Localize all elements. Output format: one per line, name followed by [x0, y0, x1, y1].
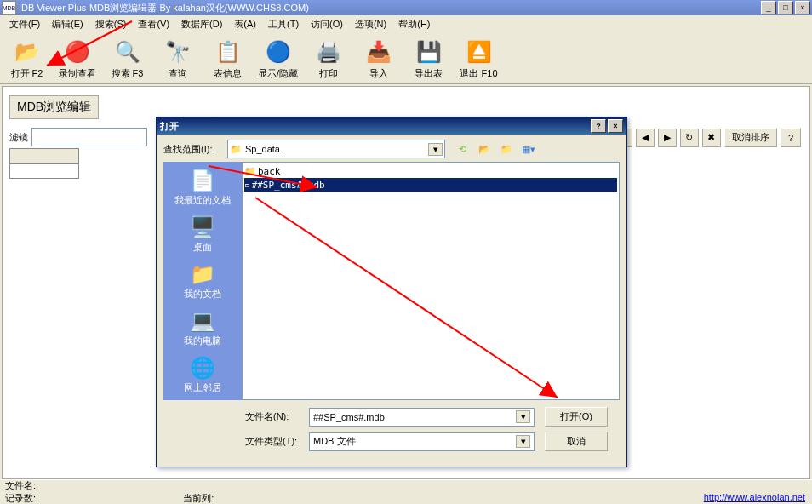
view-menu-icon[interactable]: ▦▾: [520, 140, 537, 158]
file-list[interactable]: 📁 back ▫ ##SP_cms#.mdb: [242, 162, 620, 400]
close-button[interactable]: ×: [795, 1, 810, 14]
file-item-selected[interactable]: ▫ ##SP_cms#.mdb: [244, 178, 617, 192]
print-button[interactable]: 🖨️打印: [303, 37, 353, 82]
menu-table[interactable]: 表(A): [228, 16, 262, 32]
toolbar: 📂打开 F2 🔴录制查看 🔍搜索 F3 🔭查询 📋表信息 🔵显示/隐藏 🖨️打印…: [0, 33, 812, 84]
export-icon: 💾: [415, 38, 443, 66]
recent-docs-icon: 📄: [189, 167, 216, 194]
desktop-icon: 🖥️: [189, 214, 216, 241]
filter-label: 滤镜: [9, 131, 28, 144]
window-title: IDB Viewer Plus-MDB浏览编辑器 By kalahan汉化(WW…: [19, 2, 309, 14]
cancel-sort-button[interactable]: 取消排序: [724, 128, 777, 147]
binoculars-icon: 🔭: [164, 38, 192, 66]
export-button[interactable]: 💾导出表: [403, 37, 454, 82]
search-button[interactable]: 🔍搜索 F3: [102, 37, 152, 82]
maximize-button[interactable]: □: [778, 1, 793, 14]
mydocs-icon: 📁: [189, 261, 216, 288]
mdb-tab[interactable]: MDB浏览编辑: [9, 95, 99, 119]
places-sidebar: 📄我最近的文档 🖥️桌面 📁我的文档 💻我的电脑 🌐网上邻居: [163, 162, 242, 400]
status-records: 记录数:: [5, 493, 36, 503]
exit-icon: ⏏️: [466, 38, 493, 66]
menu-search[interactable]: 搜索(S): [89, 16, 133, 32]
import-button[interactable]: 📥导入: [353, 37, 403, 82]
folder-icon: 📁: [244, 166, 256, 177]
back-icon[interactable]: ⟲: [454, 140, 471, 158]
dialog-titlebar: 打开 ? ×: [157, 117, 626, 135]
filetype-combo[interactable]: MDB 文件 ▾: [309, 432, 535, 451]
mdb-file-icon: ▫: [244, 180, 250, 191]
website-link[interactable]: http://www.alexnolan.net: [704, 492, 805, 502]
dialog-close-button[interactable]: ×: [608, 119, 623, 133]
status-bar: 文件名: 记录数: 当前列: http://www.alexnolan.net: [0, 479, 812, 504]
menu-database[interactable]: 数据库(D): [175, 16, 228, 32]
print-icon: 🖨️: [315, 38, 342, 66]
sidebar-mycomputer[interactable]: 💻我的电脑: [184, 307, 221, 347]
query-button[interactable]: 🔭查询: [152, 37, 203, 82]
status-filename: 文件名:: [5, 480, 36, 490]
filetype-label: 文件类型(T):: [245, 435, 309, 448]
main-titlebar: MDB IDB Viewer Plus-MDB浏览编辑器 By kalahan汉…: [0, 0, 812, 15]
app-icon: MDB: [2, 1, 16, 15]
minimize-button[interactable]: _: [761, 1, 776, 14]
import-icon: 📥: [365, 38, 392, 66]
search-icon: 🔍: [114, 38, 141, 66]
dialog-title: 打开: [160, 120, 179, 133]
file-open-dialog: 打开 ? × 查找范围(I): 📁 Sp_data ▾ ⟲ 📂 📁 ▦▾: [156, 117, 627, 467]
menu-file[interactable]: 文件(F): [3, 16, 46, 32]
sidebar-desktop[interactable]: 🖥️桌面: [189, 214, 216, 254]
record-icon: 🔴: [64, 38, 91, 66]
up-folder-icon[interactable]: 📂: [476, 140, 493, 158]
folder-item[interactable]: 📁 back: [244, 164, 617, 178]
lookin-label: 查找范围(I):: [163, 143, 227, 156]
exit-button[interactable]: ⏏️退出 F10: [454, 37, 504, 82]
nav-prev-button[interactable]: ◀: [636, 129, 655, 147]
chevron-down-icon: ▾: [428, 143, 443, 156]
filter-input[interactable]: [31, 128, 147, 146]
sidebar-network[interactable]: 🌐网上邻居: [184, 354, 221, 394]
folder-open-icon: 📂: [14, 38, 41, 66]
dialog-cancel-button[interactable]: 取消: [545, 432, 608, 451]
menu-view[interactable]: 查看(V): [132, 16, 175, 32]
menubar: 文件(F) 编辑(E) 搜索(S) 查看(V) 数据库(D) 表(A) 工具(T…: [0, 15, 812, 33]
filename-label: 文件名(N):: [245, 410, 309, 423]
chevron-down-icon: ▾: [516, 435, 530, 448]
menu-edit[interactable]: 编辑(E): [46, 16, 89, 32]
help-button[interactable]: ?: [781, 128, 801, 147]
data-grid[interactable]: [9, 148, 79, 179]
columns-icon: 🔵: [265, 38, 292, 66]
table-icon: 📋: [214, 38, 242, 66]
menu-help[interactable]: 帮助(H): [392, 16, 436, 32]
sidebar-mydocs[interactable]: 📁我的文档: [184, 261, 221, 301]
folder-icon: 📁: [230, 144, 242, 155]
nav-refresh-button[interactable]: ↻: [680, 129, 699, 147]
menu-access[interactable]: 访问(O): [305, 16, 349, 32]
nav-next-button[interactable]: ▶: [658, 129, 677, 147]
show-hide-button[interactable]: 🔵显示/隐藏: [253, 37, 303, 82]
chevron-down-icon: ▾: [516, 410, 530, 423]
table-info-button[interactable]: 📋表信息: [203, 37, 253, 82]
filename-combo[interactable]: ##SP_cms#.mdb ▾: [309, 408, 535, 427]
sidebar-recent[interactable]: 📄我最近的文档: [174, 167, 231, 207]
dialog-help-button[interactable]: ?: [591, 119, 606, 133]
record-view-button[interactable]: 🔴录制查看: [52, 37, 102, 82]
mycomputer-icon: 💻: [189, 307, 216, 335]
nav-close-button[interactable]: ✖: [702, 129, 721, 147]
status-current: 当前列:: [183, 493, 214, 503]
open-button[interactable]: 📂打开 F2: [2, 37, 52, 82]
new-folder-icon[interactable]: 📁: [498, 140, 515, 158]
network-icon: 🌐: [189, 354, 216, 381]
menu-options[interactable]: 选项(N): [349, 16, 392, 32]
menu-tools[interactable]: 工具(T): [262, 16, 305, 32]
lookin-combo[interactable]: 📁 Sp_data ▾: [227, 140, 445, 158]
dialog-open-button[interactable]: 打开(O): [545, 407, 608, 427]
